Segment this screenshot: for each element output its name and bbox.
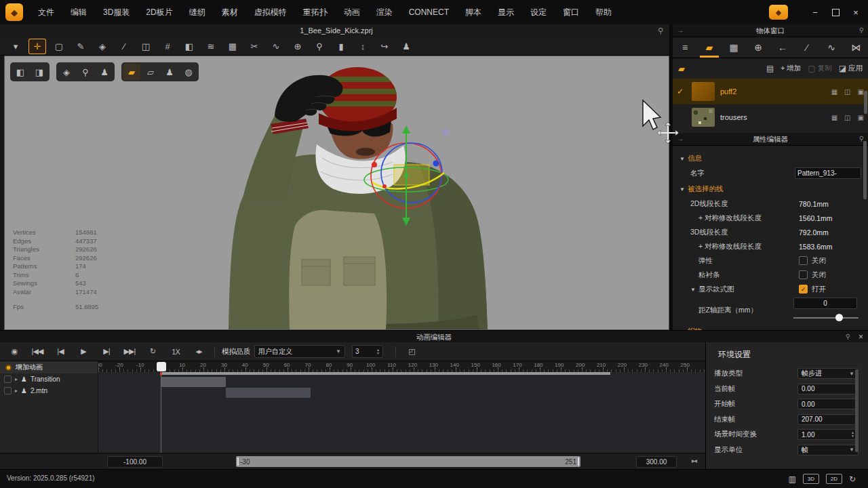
stepper-arrows-icon[interactable]: ▲▼ xyxy=(376,348,380,355)
transport-button[interactable]: ◉ xyxy=(5,345,23,359)
menu-item[interactable]: 2D板片 xyxy=(138,0,180,24)
toolbar-tool-button[interactable]: ∿ xyxy=(267,39,285,54)
menu-item[interactable]: CONNECT xyxy=(401,0,457,24)
object-tab[interactable]: ⋈ xyxy=(844,37,868,58)
property-scrollbar[interactable] xyxy=(863,141,867,199)
slider-handle[interactable] xyxy=(835,314,843,321)
view-3d-button[interactable]: 3D xyxy=(803,474,819,484)
time-warp-stepper[interactable]: 1.00▲▼ xyxy=(797,429,859,440)
viewport-button[interactable]: ◧ xyxy=(12,64,29,80)
menu-item[interactable]: 重拓扑 xyxy=(295,0,336,24)
fit-range-icon[interactable]: ▸◂ xyxy=(692,457,696,464)
transport-button[interactable]: ▶▶| xyxy=(121,345,138,359)
animation-clip-transition[interactable] xyxy=(161,377,226,387)
toolbar-tool-button[interactable]: ✛ xyxy=(28,39,46,54)
viewport-3d[interactable]: ◧◨ ◈⚲♟ ▰▱♟◍ Vertices 154881 Edges xyxy=(4,56,669,330)
timeline-area[interactable]: -30-20-100102030405060708090100110120130… xyxy=(98,361,705,453)
toolbar-tool-button[interactable]: ▮ xyxy=(332,39,350,54)
transport-button[interactable]: ▶| xyxy=(98,345,115,359)
expand-timeline-button[interactable]: ◰ xyxy=(403,345,420,359)
toolbar-tool-button[interactable]: ✂ xyxy=(245,39,263,54)
toolbar-tool-button[interactable]: ⚲ xyxy=(311,39,328,54)
viewport-button[interactable]: ⚲ xyxy=(77,64,94,80)
menu-item[interactable]: 文件 xyxy=(30,0,62,24)
restore-button[interactable] xyxy=(827,4,844,20)
layout-columns-icon[interactable]: ▥ xyxy=(789,474,796,484)
track-row-transition[interactable]: ▸ ♟ Transition xyxy=(0,373,98,385)
toggle-checkbox[interactable]: ✓ xyxy=(799,285,808,293)
toolbar-tool-button[interactable]: ↪ xyxy=(376,39,393,54)
object-tab[interactable]: ← xyxy=(770,37,795,58)
collapse-arrow-icon[interactable]: → xyxy=(677,24,684,37)
object-tab[interactable]: ∕ xyxy=(795,37,819,58)
menu-item[interactable]: 帮助 xyxy=(587,0,620,24)
copy-mini-icon[interactable]: ▣ xyxy=(858,114,864,121)
open-fabric-button[interactable]: ▤ xyxy=(766,64,774,73)
copy-mini-icon[interactable]: ▣ xyxy=(858,88,864,96)
track-checkbox[interactable] xyxy=(4,375,12,383)
menu-item[interactable]: 3D服装 xyxy=(95,0,138,24)
viewport-button[interactable]: ♟ xyxy=(96,64,113,80)
transport-button[interactable]: 1X xyxy=(167,345,184,359)
fabric-list-item-trousers[interactable]: trousers ▦ ◫ ▣ xyxy=(673,104,868,130)
viewport-button[interactable]: ▱ xyxy=(142,64,159,80)
grid-mini-icon[interactable]: ▦ xyxy=(831,88,837,96)
menu-item[interactable]: 编辑 xyxy=(62,0,95,24)
object-tab[interactable]: ▰ xyxy=(697,37,722,58)
environment-scrollbar[interactable] xyxy=(855,369,859,452)
viewport-button[interactable]: ◨ xyxy=(31,64,48,80)
animation-clip-2mtn[interactable] xyxy=(226,388,311,398)
range-min-field[interactable]: -100.00 xyxy=(107,456,163,468)
object-list-scrollbar[interactable] xyxy=(864,91,867,114)
viewport-button[interactable]: ◈ xyxy=(58,64,75,80)
collapse-arrow-icon[interactable]: → xyxy=(677,133,684,145)
object-tab[interactable]: ∿ xyxy=(819,37,844,58)
add-animation-button[interactable]: 增加动画 xyxy=(0,361,98,373)
section-selected-line[interactable]: ▼被选择的线 xyxy=(679,184,861,194)
toggle-checkbox[interactable]: ✓ xyxy=(799,256,808,265)
z-offset-slider[interactable] xyxy=(793,313,859,323)
transport-button[interactable]: ▶ xyxy=(75,345,92,359)
z-offset-field[interactable]: 0 xyxy=(793,298,857,309)
viewport-button[interactable]: ▰ xyxy=(123,64,140,80)
toolbar-tool-button[interactable]: ▢ xyxy=(50,39,68,54)
menu-item[interactable]: 缝纫 xyxy=(181,0,214,24)
menu-item[interactable]: 素材 xyxy=(214,0,246,24)
toolbar-tool-button[interactable]: ▦ xyxy=(224,39,241,54)
scrollbar-handle-right[interactable] xyxy=(578,458,579,466)
object-tab[interactable]: ▦ xyxy=(722,37,746,58)
end-frame-field[interactable]: 207.00 xyxy=(797,414,859,425)
sync-refresh-icon[interactable]: ↻ xyxy=(849,474,856,484)
toolbar-tool-button[interactable]: ◧ xyxy=(180,39,198,54)
menu-item[interactable]: 动画 xyxy=(336,0,368,24)
fabric-list-item-puff2[interactable]: ✓ puff2 ▦ ◫ ▣ xyxy=(673,79,868,104)
toolbar-tool-button[interactable]: ⊕ xyxy=(289,39,307,54)
quality-count-stepper[interactable]: 3▲▼ xyxy=(352,345,383,358)
save-mini-icon[interactable]: ◫ xyxy=(844,114,850,121)
toolbar-tool-button[interactable]: ↕ xyxy=(354,39,372,54)
toolbar-tool-button[interactable]: ≋ xyxy=(202,39,220,54)
toggle-checkbox[interactable]: ✓ xyxy=(799,270,808,279)
track-checkbox[interactable] xyxy=(4,387,12,394)
copy-fabric-button[interactable]: ▢复制 xyxy=(808,64,831,73)
toolbar-tool-button[interactable]: ∕ xyxy=(115,39,133,54)
current-frame-field[interactable]: 0.00 xyxy=(797,384,859,394)
section-info[interactable]: ▼信息 xyxy=(679,154,861,163)
menu-item[interactable]: 显示 xyxy=(490,0,522,24)
minimize-button[interactable]: − xyxy=(807,4,823,20)
track-row-2mtn[interactable]: ▸ ♟ 2.mtn xyxy=(0,385,98,396)
simulation-quality-dropdown[interactable]: 用户自定义▼ xyxy=(254,345,345,358)
menu-item[interactable]: 窗口 xyxy=(555,0,587,24)
viewport-button[interactable]: ♟ xyxy=(161,64,178,80)
menu-item[interactable]: 脚本 xyxy=(457,0,490,24)
pin-icon[interactable]: ⚲ xyxy=(846,331,850,343)
toolbar-tool-button[interactable]: ♟ xyxy=(397,39,415,54)
grid-mini-icon[interactable]: ▦ xyxy=(831,114,837,121)
transport-button[interactable]: |◀ xyxy=(52,345,69,359)
expand-caret-icon[interactable]: ▸ xyxy=(15,376,18,382)
transport-button[interactable]: |◀◀ xyxy=(28,345,46,359)
timeline-hscrollbar[interactable]: -30 251 xyxy=(236,456,580,467)
play-type-dropdown[interactable]: 帧步进▼ xyxy=(797,368,859,379)
pin-icon[interactable]: ⚲ xyxy=(658,24,663,37)
range-max-field[interactable]: 300.00 xyxy=(636,456,677,468)
